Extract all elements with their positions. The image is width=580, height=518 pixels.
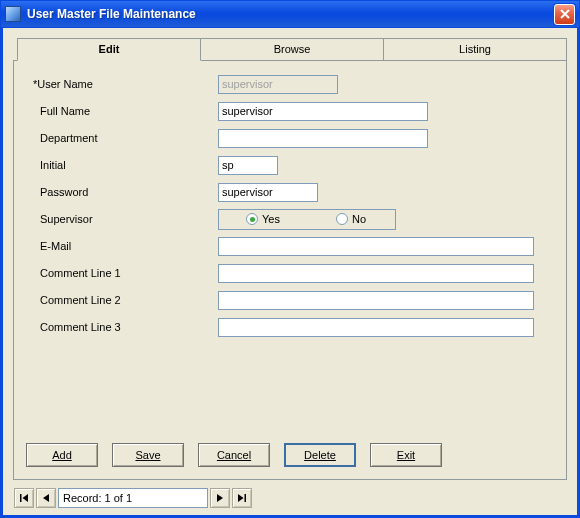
email-field[interactable]	[218, 237, 534, 256]
tab-panel-edit: User Name Full Name Department Initial P…	[13, 60, 567, 480]
nav-first-button[interactable]	[14, 488, 34, 508]
radio-yes-label: Yes	[262, 213, 280, 225]
label-full-name: Full Name	[28, 105, 218, 117]
close-icon	[560, 9, 570, 19]
button-row: Add Save Cancel Delete Exit	[26, 443, 554, 467]
add-button[interactable]: Add	[26, 443, 98, 467]
next-icon	[216, 494, 224, 502]
full-name-field[interactable]	[218, 102, 428, 121]
tab-edit[interactable]: Edit	[17, 38, 201, 61]
nav-last-button[interactable]	[232, 488, 252, 508]
supervisor-no[interactable]: No	[307, 213, 395, 225]
label-supervisor: Supervisor	[28, 213, 218, 225]
nav-next-button[interactable]	[210, 488, 230, 508]
cancel-button[interactable]: Cancel	[198, 443, 270, 467]
label-password: Password	[28, 186, 218, 198]
window-title: User Master File Maintenance	[27, 7, 554, 21]
prev-icon	[42, 494, 50, 502]
supervisor-radio-group: Yes No	[218, 209, 396, 230]
password-field[interactable]	[218, 183, 318, 202]
user-name-field	[218, 75, 338, 94]
department-field[interactable]	[218, 129, 428, 148]
label-comment1: Comment Line 1	[28, 267, 218, 279]
nav-prev-button[interactable]	[36, 488, 56, 508]
delete-button[interactable]: Delete	[284, 443, 356, 467]
comment2-field[interactable]	[218, 291, 534, 310]
label-comment2: Comment Line 2	[28, 294, 218, 306]
label-department: Department	[28, 132, 218, 144]
client-area: Edit Browse Listing User Name Full Name …	[0, 28, 580, 518]
exit-button[interactable]: Exit	[370, 443, 442, 467]
app-icon	[5, 6, 21, 22]
supervisor-yes[interactable]: Yes	[219, 213, 307, 225]
title-bar: User Master File Maintenance	[0, 0, 580, 28]
close-button[interactable]	[554, 4, 575, 25]
record-navigator	[14, 487, 254, 509]
last-icon	[238, 494, 246, 502]
tab-browse[interactable]: Browse	[200, 38, 384, 60]
radio-icon	[246, 213, 258, 225]
initial-field[interactable]	[218, 156, 278, 175]
tab-strip: Edit Browse Listing	[17, 38, 567, 60]
radio-no-label: No	[352, 213, 366, 225]
label-user-name: User Name	[28, 78, 218, 90]
tab-listing[interactable]: Listing	[383, 38, 567, 60]
label-email: E-Mail	[28, 240, 218, 252]
comment1-field[interactable]	[218, 264, 534, 283]
first-icon	[20, 494, 28, 502]
label-comment3: Comment Line 3	[28, 321, 218, 333]
record-status-field[interactable]	[58, 488, 208, 508]
radio-icon	[336, 213, 348, 225]
label-initial: Initial	[28, 159, 218, 171]
save-button[interactable]: Save	[112, 443, 184, 467]
comment3-field[interactable]	[218, 318, 534, 337]
